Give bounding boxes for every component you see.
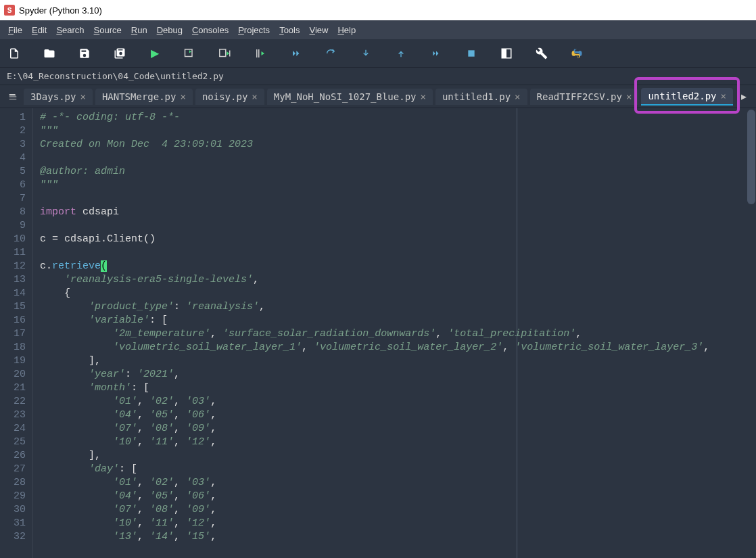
svg-rect-1 [220, 49, 226, 57]
maximize-pane-icon[interactable] [499, 46, 514, 61]
close-icon[interactable]: × [421, 91, 426, 102]
toolbar: ▶ [0, 39, 756, 68]
tab-label: HANTSMerge.py [102, 91, 176, 102]
python-path-icon[interactable] [569, 46, 584, 61]
debug-stop-icon[interactable] [464, 46, 479, 61]
tab-label: ReadTIFF2CSV.py [537, 91, 622, 102]
menu-search[interactable]: Search [52, 22, 88, 38]
debug-step-out-icon[interactable] [394, 46, 408, 61]
close-icon[interactable]: × [80, 91, 85, 102]
tab-label: 3Days.py [30, 91, 76, 102]
open-folder-icon[interactable] [42, 46, 57, 61]
close-icon[interactable]: × [626, 91, 632, 102]
tab-noisy-py[interactable]: noisy.py× [195, 89, 264, 105]
window-title: Spyder (Python 3.10) [19, 5, 102, 16]
tab-HANTSMerge-py[interactable]: HANTSMerge.py× [95, 89, 193, 105]
tab-label: untitled2.py [648, 91, 716, 101]
spyder-icon: S [4, 5, 15, 16]
more-tabs-icon[interactable]: ▸ [736, 90, 752, 103]
tab-3Days-py[interactable]: 3Days.py× [24, 89, 93, 105]
preferences-icon[interactable] [534, 46, 549, 61]
menubar: FileEditSearchSourceRunDebugConsolesProj… [0, 20, 756, 39]
menu-view[interactable]: View [305, 22, 332, 38]
scrollbar-thumb[interactable] [747, 110, 755, 204]
run-cell-icon[interactable] [183, 46, 197, 61]
tab-untitled2-py[interactable]: untitled2.py× [641, 88, 733, 106]
menu-help[interactable]: Help [333, 22, 360, 38]
tab-label: untitled1.py [442, 91, 511, 102]
run-cell-advance-icon[interactable] [218, 46, 233, 61]
filepath-bar: E:\04_Reconstruction\04_Code\untitled2.p… [0, 68, 756, 85]
run-selection-icon[interactable] [253, 46, 268, 61]
column-ruler [517, 108, 517, 558]
editor-tabbar: 3Days.py×HANTSMerge.py×noisy.py×MyM_NoH_… [0, 85, 756, 108]
menu-file[interactable]: File [4, 22, 26, 38]
browse-tabs-icon[interactable] [4, 89, 21, 105]
titlebar: S Spyder (Python 3.10) [0, 0, 756, 20]
close-icon[interactable]: × [180, 91, 185, 102]
menu-tools[interactable]: Tools [275, 22, 304, 38]
tab-label: noisy.py [202, 91, 247, 102]
svg-rect-0 [185, 49, 193, 57]
svg-rect-2 [468, 50, 474, 56]
close-icon[interactable]: × [515, 91, 520, 102]
debug-step-over-icon[interactable] [323, 46, 338, 61]
menu-projects[interactable]: Projects [234, 22, 274, 38]
menu-run[interactable]: Run [127, 22, 151, 38]
menu-consoles[interactable]: Consoles [188, 22, 233, 38]
debug-icon[interactable] [288, 46, 303, 61]
menu-edit[interactable]: Edit [28, 22, 51, 38]
close-icon[interactable]: × [252, 91, 257, 102]
save-all-icon[interactable] [112, 46, 127, 61]
tab-MyM_NoH_NoSI_1027_Blue-py[interactable]: MyM_NoH_NoSI_1027_Blue.py× [267, 89, 433, 105]
debug-step-into-icon[interactable] [358, 46, 373, 61]
tab-ReadTIFF2CSV-py[interactable]: ReadTIFF2CSV.py× [530, 89, 639, 105]
tab-untitled1-py[interactable]: untitled1.py× [435, 89, 527, 105]
tab-label: MyM_NoH_NoSI_1027_Blue.py [274, 91, 417, 102]
vertical-scrollbar[interactable] [747, 108, 756, 558]
menu-source[interactable]: Source [90, 22, 126, 38]
code-area[interactable]: # -*- coding: utf-8 -*-"""Created on Mon… [33, 108, 747, 558]
save-icon[interactable] [77, 46, 92, 61]
filepath-text: E:\04_Reconstruction\04_Code\untitled2.p… [7, 71, 224, 81]
run-icon[interactable]: ▶ [147, 46, 162, 61]
line-gutter: 1234567891011121314151617181920212223242… [0, 108, 33, 558]
debug-continue-icon[interactable] [429, 46, 444, 61]
menu-debug[interactable]: Debug [153, 22, 187, 38]
close-icon[interactable]: × [721, 91, 726, 101]
svg-rect-4 [502, 49, 506, 58]
new-file-icon[interactable] [7, 46, 22, 61]
code-editor[interactable]: 1234567891011121314151617181920212223242… [0, 108, 756, 558]
